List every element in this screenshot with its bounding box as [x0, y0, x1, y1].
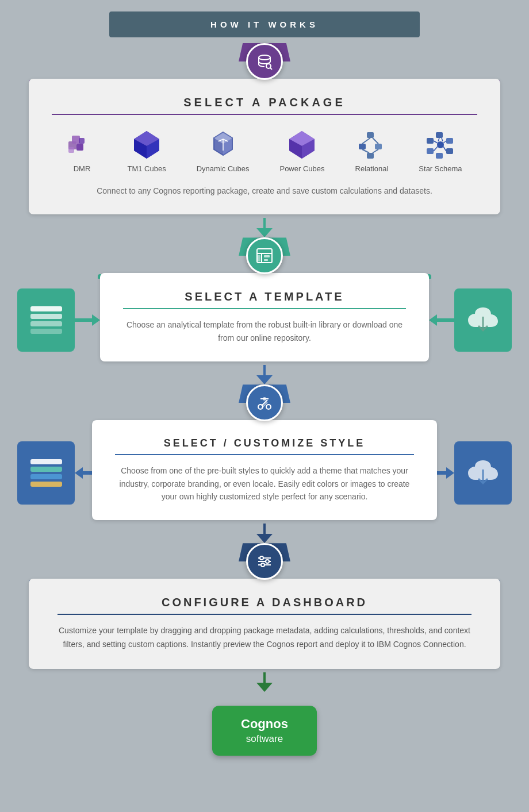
svg-line-38 [443, 147, 446, 151]
svg-point-60 [266, 560, 269, 563]
relational-label: Relational [355, 164, 389, 173]
step2-right-icon [454, 288, 512, 352]
step3-left-icon [17, 441, 75, 505]
layer-stack-left [30, 306, 62, 334]
step1-icon-circle [246, 43, 283, 80]
svg-point-61 [261, 563, 264, 567]
step2-title: SELECT A TEMPLATE [123, 290, 406, 309]
layer-c4 [30, 482, 62, 487]
package-power: Power Cubes [279, 129, 324, 173]
layer-c1 [30, 459, 62, 464]
svg-rect-45 [264, 255, 270, 257]
svg-point-54 [263, 397, 266, 401]
svg-rect-47 [258, 255, 260, 261]
svg-rect-5 [76, 144, 83, 151]
cloud-download-icon-blue [467, 458, 499, 488]
left-connector [75, 314, 100, 326]
cognos-title: Cognos [241, 717, 288, 731]
svg-rect-34 [427, 148, 434, 154]
step3-title: SELECT / CUSTOMIZE STYLE [115, 437, 414, 455]
packages-row: DMR TM1 Cubes [52, 129, 477, 173]
step1-wrapper: SELECT A PACKAGE DMR [17, 37, 512, 237]
svg-rect-29 [436, 132, 443, 138]
step3-right-line [437, 471, 446, 475]
step3-right-icon [454, 441, 512, 505]
star-label: Star Schema [419, 164, 462, 173]
layer-2 [30, 314, 62, 319]
v-arrow-1 [256, 228, 273, 237]
layer-stack-colored [30, 459, 62, 487]
tm1-icon [132, 129, 162, 161]
svg-line-36 [438, 138, 439, 141]
power-label: Power Cubes [279, 164, 324, 173]
power-cubes-icon [287, 129, 317, 161]
right-connector [429, 314, 454, 326]
svg-line-37 [443, 141, 446, 143]
step2-wrapper: SELECT A TEMPLATE Choose an analytical t… [17, 237, 512, 384]
step2-icon-area [239, 237, 290, 274]
connector-3-4 [256, 524, 273, 543]
right-arrow [429, 314, 437, 326]
v-line-2 [263, 365, 266, 375]
svg-line-27 [362, 149, 369, 153]
dynamic-label: Dynamic Cubes [197, 164, 250, 173]
svg-line-25 [362, 138, 370, 144]
star-schema-icon [425, 131, 455, 161]
step3-block: SELECT / CUSTOMIZE STYLE Choose from one… [92, 420, 437, 520]
step1-icon-area [239, 43, 290, 80]
svg-rect-46 [264, 259, 268, 261]
cloud-download-icon-teal [467, 305, 499, 335]
cognos-button[interactable]: Cognos software [212, 706, 317, 756]
step4-icon-area [239, 543, 290, 580]
v-arrow-3 [256, 534, 273, 543]
v-arrow-2 [256, 375, 273, 384]
step4-description: Customize your template by dragging and … [57, 624, 471, 652]
svg-point-0 [259, 55, 270, 60]
step4-block: CONFIGURE A DASHBOARD Customize your tem… [29, 579, 500, 669]
svg-rect-32 [436, 153, 443, 159]
package-relational: Relational [355, 131, 389, 173]
step2-icon-circle [246, 237, 283, 274]
header-title: HOW IT WORKS [210, 20, 319, 29]
header-banner: HOW IT WORKS [109, 11, 420, 37]
svg-line-39 [442, 138, 443, 141]
step4-title: CONFIGURE A DASHBOARD [57, 596, 471, 615]
svg-point-35 [437, 141, 444, 148]
step3-right-arrowhead [446, 467, 454, 479]
left-arrow [92, 314, 100, 326]
svg-line-41 [434, 147, 438, 151]
svg-rect-30 [446, 138, 453, 144]
v-line-4 [263, 672, 266, 683]
dynamic-cubes-icon [208, 129, 238, 161]
svg-rect-31 [446, 148, 453, 154]
connector-2-3 [256, 365, 273, 384]
dmr-icon [67, 131, 97, 161]
right-h-line [437, 318, 454, 322]
layer-1 [30, 306, 62, 311]
connector-4-cognos [256, 672, 273, 692]
dashboard-icon [256, 553, 273, 569]
svg-rect-6 [68, 147, 74, 153]
package-tm1: TM1 Cubes [128, 129, 166, 173]
layer-4 [30, 329, 62, 334]
tm1-label: TM1 Cubes [128, 164, 166, 173]
step1-block: SELECT A PACKAGE DMR [29, 79, 500, 214]
svg-rect-33 [427, 138, 434, 144]
v-line-3 [263, 524, 266, 534]
step3-left-connector [75, 467, 92, 479]
step3-left-line [83, 471, 92, 475]
svg-rect-4 [72, 136, 80, 144]
package-dmr: DMR [67, 131, 97, 173]
package-star: Star Schema [419, 131, 462, 173]
step1-title: SELECT A PACKAGE [52, 96, 477, 115]
step2-block: SELECT A TEMPLATE Choose an analytical t… [100, 273, 429, 361]
svg-line-26 [373, 138, 378, 144]
step1-description: Connect to any Cognos reporting package,… [52, 184, 477, 197]
step3-description: Choose from one of the pre-built styles … [115, 464, 414, 503]
step3-with-sides: SELECT / CUSTOMIZE STYLE Choose from one… [17, 426, 512, 520]
svg-rect-7 [79, 138, 85, 144]
relational-icon [356, 131, 386, 161]
svg-point-1 [266, 64, 271, 68]
step2-with-sides: SELECT A TEMPLATE Choose an analytical t… [17, 279, 512, 361]
left-h-line [75, 318, 92, 322]
